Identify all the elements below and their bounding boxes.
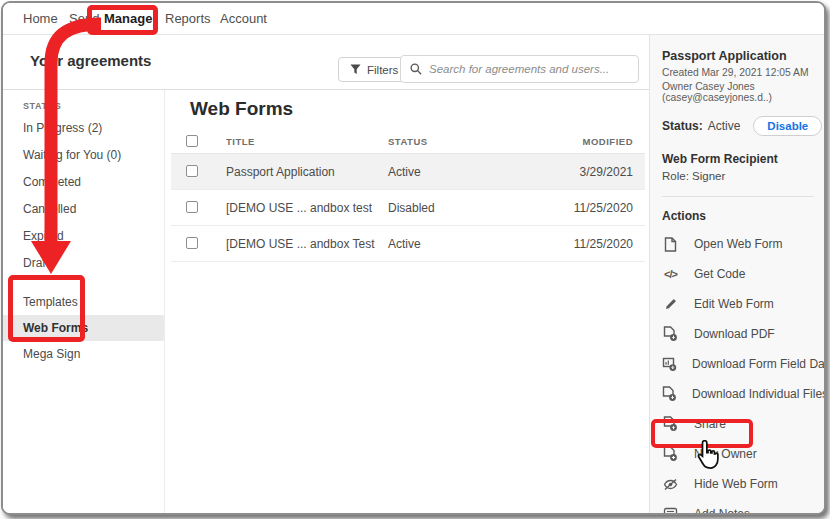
sidebar-item-completed[interactable]: Completed bbox=[3, 169, 164, 196]
search-icon bbox=[410, 63, 422, 75]
speech-bubble-icon bbox=[662, 507, 679, 515]
nav-account[interactable]: Account bbox=[220, 11, 267, 26]
disable-button[interactable]: Disable bbox=[753, 116, 822, 136]
top-navbar: Home Send Manage Reports Account bbox=[3, 3, 824, 35]
row-modified: 11/25/2020 bbox=[553, 237, 633, 251]
sidebar-item-waiting-for-you[interactable]: Waiting for You (0) bbox=[3, 142, 164, 169]
eye-slash-icon bbox=[662, 478, 679, 491]
row-title: Passport Application bbox=[226, 165, 388, 179]
table-header-row: TITLE STATUS MODIFIED bbox=[171, 130, 645, 154]
status-label: Status: bbox=[662, 119, 703, 133]
action-new-owner[interactable]: New Owner bbox=[662, 439, 814, 469]
sidebar-status-header: STATUS bbox=[23, 101, 164, 111]
nav-send[interactable]: Send bbox=[69, 11, 99, 26]
sidebar-item-cancelled[interactable]: Cancelled bbox=[3, 196, 164, 223]
row-checkbox[interactable] bbox=[186, 237, 198, 249]
recipient-header: Web Form Recipient bbox=[662, 152, 814, 166]
sidebar: STATUS In Progress (2) Waiting for You (… bbox=[3, 90, 165, 513]
download-data-icon bbox=[662, 356, 677, 372]
row-status: Active bbox=[388, 237, 553, 251]
column-modified: MODIFIED bbox=[553, 136, 633, 147]
document-icon bbox=[662, 237, 679, 252]
action-get-code[interactable]: </> Get Code bbox=[662, 259, 814, 289]
nav-manage[interactable]: Manage bbox=[104, 11, 152, 26]
action-share[interactable]: Share bbox=[662, 409, 814, 439]
page-header: Your agreements Filters Search for agree… bbox=[3, 35, 649, 90]
role-line: Role: Signer bbox=[662, 170, 814, 182]
nav-home[interactable]: Home bbox=[23, 11, 58, 26]
section-title: Web Forms bbox=[190, 98, 293, 120]
actions-header: Actions bbox=[662, 209, 814, 223]
sidebar-item-draft[interactable]: Draft bbox=[3, 250, 164, 277]
column-status: STATUS bbox=[388, 136, 553, 147]
sidebar-item-expired[interactable]: Expired bbox=[3, 223, 164, 250]
sidebar-section-list: Templates Web Forms Mega Sign bbox=[3, 289, 164, 367]
sidebar-item-in-progress[interactable]: In Progress (2) bbox=[3, 115, 164, 142]
search-placeholder: Search for agreements and users... bbox=[429, 63, 609, 75]
action-add-notes[interactable]: Add Notes bbox=[662, 499, 814, 515]
share-icon bbox=[662, 416, 679, 432]
sidebar-item-templates[interactable]: Templates bbox=[3, 289, 164, 315]
column-title: TITLE bbox=[226, 136, 388, 147]
select-all-checkbox[interactable] bbox=[186, 135, 198, 147]
action-edit-web-form[interactable]: Edit Web Form bbox=[662, 289, 814, 319]
sidebar-item-web-forms[interactable]: Web Forms bbox=[3, 315, 164, 341]
code-icon: </> bbox=[662, 268, 679, 280]
owner-info: Owner Casey Jones (casey@caseyjones.d..) bbox=[662, 81, 814, 103]
action-download-form-field-data[interactable]: Download Form Field Data bbox=[662, 349, 814, 379]
table-row[interactable]: [DEMO USE ... andbox test Disabled 11/25… bbox=[171, 190, 645, 226]
row-title: [DEMO USE ... andbox Test bbox=[226, 237, 388, 251]
nav-reports[interactable]: Reports bbox=[165, 11, 211, 26]
panel-divider bbox=[662, 196, 814, 197]
status-row: Status: Active Disable bbox=[662, 116, 814, 136]
search-input[interactable]: Search for agreements and users... bbox=[400, 55, 639, 83]
row-checkbox[interactable] bbox=[186, 165, 198, 177]
status-value: Active bbox=[708, 119, 741, 133]
web-forms-table: TITLE STATUS MODIFIED Passport Applicati… bbox=[171, 130, 645, 262]
table-row[interactable]: [DEMO USE ... andbox Test Active 11/25/2… bbox=[171, 226, 645, 262]
action-download-individual-files[interactable]: Download Individual Files (1) bbox=[662, 379, 814, 409]
row-status: Active bbox=[388, 165, 553, 179]
table-row[interactable]: Passport Application Active 3/29/2021 bbox=[171, 154, 645, 190]
filters-button-label: Filters bbox=[367, 64, 398, 76]
status-filter-list: In Progress (2) Waiting for You (0) Comp… bbox=[3, 115, 164, 277]
new-owner-icon bbox=[662, 446, 679, 462]
action-open-web-form[interactable]: Open Web Form bbox=[662, 229, 814, 259]
action-download-pdf[interactable]: Download PDF bbox=[662, 319, 814, 349]
action-hide-web-form[interactable]: Hide Web Form bbox=[662, 469, 814, 499]
agreement-title: Passport Application bbox=[662, 49, 814, 63]
row-checkbox[interactable] bbox=[186, 201, 198, 213]
row-modified: 11/25/2020 bbox=[553, 201, 633, 215]
main-content: Web Forms TITLE STATUS MODIFIED Passport… bbox=[165, 90, 649, 513]
details-panel: Passport Application Created Mar 29, 202… bbox=[649, 35, 824, 513]
pencil-icon bbox=[662, 297, 679, 311]
app-window: Home Send Manage Reports Account Your ag… bbox=[1, 1, 826, 515]
download-file-icon bbox=[662, 386, 677, 402]
row-status: Disabled bbox=[388, 201, 553, 215]
actions-list: Open Web Form </> Get Code Edit Web Form… bbox=[662, 229, 814, 515]
row-modified: 3/29/2021 bbox=[553, 165, 633, 179]
filter-funnel-icon bbox=[350, 64, 361, 75]
sidebar-item-mega-sign[interactable]: Mega Sign bbox=[3, 341, 164, 367]
created-date: Created Mar 29, 2021 12:05 AM bbox=[662, 67, 814, 78]
page-title: Your agreements bbox=[30, 52, 151, 69]
download-pdf-icon bbox=[662, 326, 679, 342]
row-title: [DEMO USE ... andbox test bbox=[226, 201, 388, 215]
